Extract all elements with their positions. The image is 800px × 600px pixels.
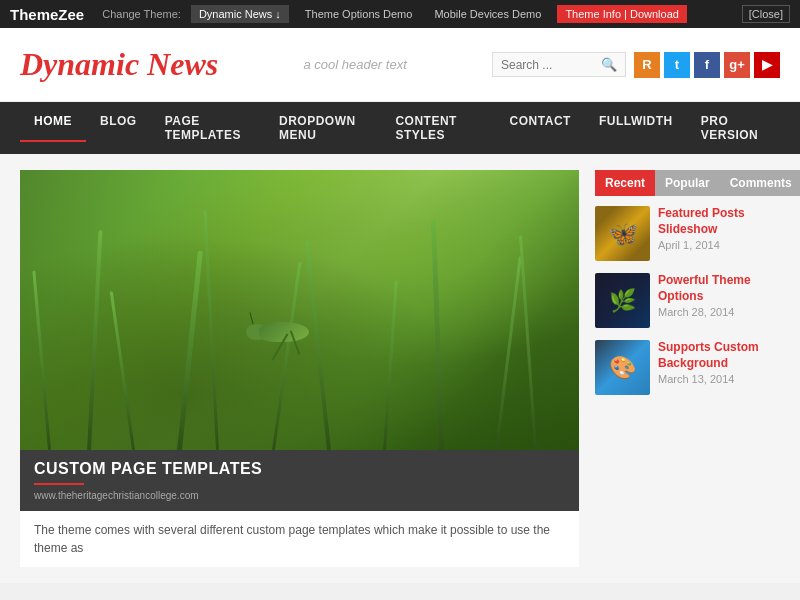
nav-link-content-styles[interactable]: CONTENT STYLES	[381, 102, 495, 154]
close-button[interactable]: [Close]	[742, 5, 790, 23]
facebook-icon[interactable]: f	[694, 52, 720, 78]
nav-item-contact[interactable]: CONTACT	[496, 102, 585, 154]
post-title-link-3[interactable]: Supports Custom Background	[658, 340, 780, 371]
nav-link-page-templates[interactable]: PAGE TEMPLATES	[151, 102, 265, 154]
blue-thumb	[595, 340, 650, 395]
rss-icon[interactable]: R	[634, 52, 660, 78]
youtube-icon[interactable]: ▶	[754, 52, 780, 78]
site-title[interactable]: Dynamic News	[20, 46, 218, 83]
sidebar-post-info-1: Featured Posts Slideshow April 1, 2014	[658, 206, 780, 252]
nav-item-dropdown-menu[interactable]: DROPDOWN MENU	[265, 102, 381, 154]
site-header: Dynamic News a cool header text 🔍 R t f …	[0, 28, 800, 102]
change-theme-label: Change Theme:	[102, 8, 181, 20]
butterfly-thumb	[595, 206, 650, 261]
sidebar: Recent Popular Comments Featured Posts S…	[595, 170, 780, 567]
theme-info-link[interactable]: Theme Info | Download	[557, 5, 687, 23]
nav-link-contact[interactable]: CONTACT	[496, 102, 585, 140]
featured-image	[20, 170, 579, 450]
post-title-link-1[interactable]: Featured Posts Slideshow	[658, 206, 780, 237]
post-caption: CUSTOM PAGE TEMPLATES www.theheritagechr…	[20, 450, 579, 511]
nav-item-fullwidth[interactable]: FULLWIDTH	[585, 102, 687, 154]
search-input[interactable]	[501, 58, 601, 72]
theme-options-link[interactable]: Theme Options Demo	[299, 5, 419, 23]
sidebar-post-info-2: Powerful Theme Options March 28, 2014	[658, 273, 780, 319]
nav-link-fullwidth[interactable]: FULLWIDTH	[585, 102, 687, 140]
search-icon[interactable]: 🔍	[601, 57, 617, 72]
nav-item-blog[interactable]: BLOG	[86, 102, 151, 154]
caption-divider	[34, 483, 84, 485]
nav-item-home[interactable]: HOME	[20, 102, 86, 154]
nav-link-dropdown-menu[interactable]: DROPDOWN MENU	[265, 102, 381, 154]
post-thumbnail-1	[595, 206, 650, 261]
nav-link-pro-version[interactable]: PRO VERSION	[687, 102, 780, 154]
post-date-1: April 1, 2014	[658, 239, 720, 251]
tab-recent[interactable]: Recent	[595, 170, 655, 196]
main-nav: HOME BLOG PAGE TEMPLATES DROPDOWN MENU C…	[0, 102, 800, 154]
top-bar: ThemeZee Change Theme: Dynamic News ↓ Th…	[0, 0, 800, 28]
mobile-devices-link[interactable]: Mobile Devices Demo	[428, 5, 547, 23]
content-wrapper: CUSTOM PAGE TEMPLATES www.theheritagechr…	[0, 154, 800, 583]
post-excerpt: The theme comes with several different c…	[20, 511, 579, 567]
sidebar-post-info-3: Supports Custom Background March 13, 201…	[658, 340, 780, 386]
site-logo: ThemeZee	[10, 6, 84, 23]
post-thumbnail-2	[595, 273, 650, 328]
post-title-link-2[interactable]: Powerful Theme Options	[658, 273, 780, 304]
post-watermark: www.theheritagechristiancollege.com	[34, 490, 565, 501]
nav-item-pro-version[interactable]: PRO VERSION	[687, 102, 780, 154]
tab-comments[interactable]: Comments	[720, 170, 800, 196]
nav-item-page-templates[interactable]: PAGE TEMPLATES	[151, 102, 265, 154]
dark-thumb	[595, 273, 650, 328]
sidebar-post-3: Supports Custom Background March 13, 201…	[595, 340, 780, 395]
search-box: 🔍	[492, 52, 626, 77]
sidebar-post-2: Powerful Theme Options March 28, 2014	[595, 273, 780, 328]
header-tagline: a cool header text	[303, 57, 406, 72]
nav-item-content-styles[interactable]: CONTENT STYLES	[381, 102, 495, 154]
post-title: CUSTOM PAGE TEMPLATES	[34, 460, 565, 478]
social-icons: R t f g+ ▶	[634, 52, 780, 78]
main-content: CUSTOM PAGE TEMPLATES www.theheritagechr…	[20, 170, 579, 567]
grasshopper-image	[244, 312, 324, 352]
googleplus-icon[interactable]: g+	[724, 52, 750, 78]
twitter-icon[interactable]: t	[664, 52, 690, 78]
nav-link-home[interactable]: HOME	[20, 102, 86, 142]
header-right: 🔍 R t f g+ ▶	[492, 52, 780, 78]
post-date-2: March 28, 2014	[658, 306, 734, 318]
active-theme-button[interactable]: Dynamic News ↓	[191, 5, 289, 23]
post-thumbnail-3	[595, 340, 650, 395]
post-date-3: March 13, 2014	[658, 373, 734, 385]
sidebar-post-1: Featured Posts Slideshow April 1, 2014	[595, 206, 780, 261]
tab-popular[interactable]: Popular	[655, 170, 720, 196]
nav-link-blog[interactable]: BLOG	[86, 102, 151, 140]
sidebar-tabs: Recent Popular Comments	[595, 170, 780, 196]
featured-image-container: CUSTOM PAGE TEMPLATES www.theheritagechr…	[20, 170, 579, 511]
